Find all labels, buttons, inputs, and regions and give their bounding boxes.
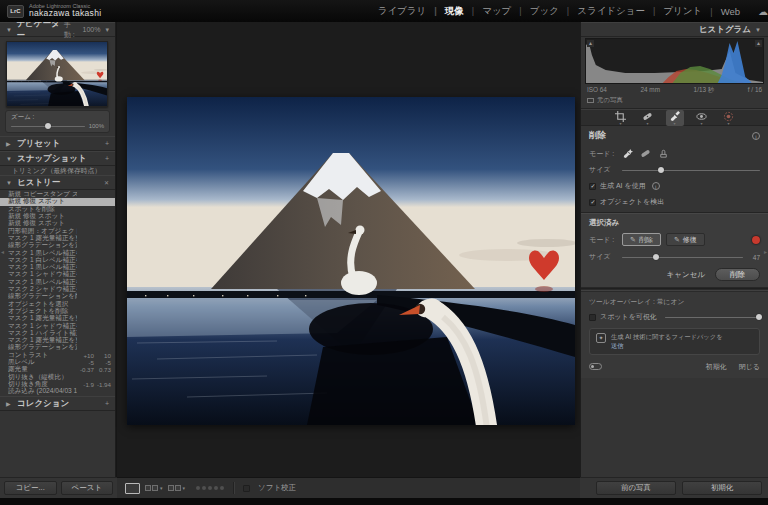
detect-objects-label: オブジェクトを検出 (600, 197, 664, 207)
pen-icon: ✎ (674, 236, 680, 244)
zoom-slider[interactable] (11, 122, 85, 130)
masking-tool[interactable]: ▾ (720, 111, 738, 125)
visualize-spots-checkbox[interactable] (589, 314, 596, 321)
add-collection-icon[interactable]: + (105, 400, 109, 407)
collapse-triangle-icon: ▶ (6, 140, 13, 147)
history-item-label: 読み込み (2024/04/03 17:36:42) (8, 387, 77, 396)
identity-plate: Adobe Lightroom Classic nakazawa takashi (29, 3, 101, 18)
history-header[interactable]: ▼ ヒストリー ✕ (0, 175, 115, 190)
visualize-threshold-slider[interactable] (665, 313, 760, 321)
history-list: 新規 コピースタンプ スポット 新規 修復 スポット スポットを削除 (0, 190, 115, 396)
cancel-button[interactable]: キャンセル (667, 270, 705, 280)
lrc-logo: LrC (7, 5, 24, 18)
softproof-label: ソフト校正 (258, 483, 296, 493)
info-icon[interactable]: i (752, 132, 760, 140)
tool-enable-switch[interactable] (589, 363, 602, 370)
exif-stat: ISO 64 (587, 86, 607, 95)
right-panel: ヒストグラム ▼ ▲ ▲ ISO 6424 mm1/13 秒f / 16 元の写… (580, 22, 768, 477)
add-snapshot-icon[interactable]: + (105, 155, 109, 162)
collapse-triangle-icon: ▼ (6, 180, 13, 186)
navigator-preview[interactable] (6, 41, 108, 107)
delete-mode-button[interactable]: ✎ 削除 (622, 233, 661, 246)
paste-settings-button[interactable]: ペースト (61, 481, 114, 495)
exif-stats: ISO 6424 mm1/13 秒f / 16 (581, 84, 768, 95)
tool-overlay-setting[interactable]: ツールオーバーレイ : 常にオン (589, 297, 760, 307)
module-tab[interactable]: スライドショー (563, 5, 649, 18)
tool-strip: ▾ ▾ ▾ ▾ ▾ (581, 109, 768, 126)
exif-stat: 24 mm (640, 86, 660, 95)
size-slider[interactable] (622, 166, 760, 174)
module-tab[interactable]: Web (706, 6, 744, 17)
collections-header[interactable]: ▶ コレクション + (0, 396, 115, 411)
crop-tool[interactable]: ▾ (612, 111, 630, 125)
before-after-control[interactable]: ▾ (168, 485, 186, 491)
tool-close-button[interactable]: 閉じる (739, 362, 760, 372)
shadow-clipping-icon[interactable]: ▲ (587, 40, 594, 47)
filmstrip-collapse-bar[interactable]: ▲ (0, 498, 768, 505)
tool-options-section: ツールオーバーレイ : 常にオン スポットを可視化 ✦ 生成 AI 技術に関する… (581, 291, 768, 378)
exif-stat: 1/13 秒 (694, 86, 715, 95)
softproof-checkbox[interactable] (243, 485, 250, 492)
chevron-down-icon[interactable]: ▾ (105, 26, 109, 34)
selected-size-value: 47 (748, 254, 760, 261)
left-panel-collapse-icon[interactable]: ◂ (1, 248, 4, 255)
collapse-triangle-icon: ▼ (6, 156, 13, 162)
navigator-title: ナビゲーター (16, 22, 63, 42)
caret-icon: ▾ (160, 485, 163, 491)
feedback-send-link[interactable]: 送信 (611, 342, 624, 349)
history-item[interactable]: 読み込み (2024/04/03 17:36:42) (0, 388, 115, 395)
previous-photo-button[interactable]: 前の写真 (596, 481, 676, 495)
selected-section-title: 選択済み (581, 214, 768, 231)
presets-header[interactable]: ▶ プリセット + (0, 136, 115, 151)
tool-reset-button[interactable]: 初期化 (706, 362, 727, 372)
detect-objects-checkbox[interactable] (589, 199, 596, 206)
caret-icon: ▾ (727, 122, 729, 125)
history-item-amount: -0.37 (77, 366, 94, 373)
histogram-header[interactable]: ヒストグラム ▼ (581, 22, 768, 37)
info-icon[interactable]: i (652, 182, 660, 190)
heal-mode-icon[interactable] (640, 148, 651, 159)
history-item-value: 10 (94, 352, 111, 359)
snapshots-header[interactable]: ▼ スナップショット + (0, 151, 115, 166)
module-tab[interactable]: プリント (649, 5, 706, 18)
caret-icon: ▾ (700, 122, 702, 125)
navigator-fit-label[interactable]: 手動 : (64, 22, 78, 40)
snapshot-item[interactable]: トリミング（最終保存時点） (0, 166, 115, 175)
loupe-view-icon[interactable] (125, 483, 140, 494)
navigator-header[interactable]: ▼ ナビゲーター 手動 : 100% ▾ (0, 22, 115, 37)
ai-sparkle-icon: ✦ (596, 333, 606, 343)
module-tab[interactable]: 現像 (430, 5, 468, 18)
right-panel-collapse-icon[interactable]: ▸ (764, 248, 767, 255)
remove-tool[interactable]: ▾ (666, 110, 684, 126)
selected-spot-section: 選択済み モード : ✎ 削除 ✎ 修復 サイズ 47 キャンセル (581, 213, 768, 288)
clear-history-icon[interactable]: ✕ (104, 179, 109, 186)
use-ai-checkbox[interactable] (589, 183, 596, 190)
navigator-zoom-value[interactable]: 100% (83, 26, 101, 33)
module-tab[interactable]: ブック (515, 5, 563, 18)
histogram-title: ヒストグラム (699, 24, 751, 36)
spot-color-indicator[interactable] (752, 236, 760, 244)
heal-tool[interactable]: ▾ (639, 111, 657, 125)
add-preset-icon[interactable]: + (105, 140, 109, 147)
cloud-sync-icon[interactable]: ☁ (758, 6, 768, 17)
copy-settings-button[interactable]: コピー... (4, 481, 57, 495)
photo-canvas[interactable] (127, 97, 575, 425)
mode-label: モード : (589, 149, 617, 159)
apply-delete-button[interactable]: 削除 (715, 268, 760, 281)
selected-size-slider[interactable] (622, 253, 743, 261)
red-eye-tool[interactable]: ▾ (693, 111, 711, 125)
highlight-clipping-icon[interactable]: ▲ (755, 40, 762, 47)
reference-view-control[interactable]: ▾ (145, 485, 163, 491)
module-tab[interactable]: マップ (468, 5, 516, 18)
zoom-slider-label: ズーム : (11, 113, 104, 122)
reset-button[interactable]: 初期化 (682, 481, 762, 495)
histogram[interactable]: ▲ ▲ (585, 38, 764, 84)
caret-icon: ▾ (619, 122, 621, 125)
module-tab[interactable]: ライブラリ (374, 5, 431, 18)
remove-mode-icon[interactable] (622, 148, 633, 159)
rating-dots[interactable] (196, 486, 224, 490)
original-photo-row: 元の写真 (581, 95, 768, 109)
clone-mode-icon[interactable] (658, 148, 669, 159)
photo-frame-icon (587, 98, 594, 103)
heal-mode-button[interactable]: ✎ 修復 (666, 233, 705, 246)
